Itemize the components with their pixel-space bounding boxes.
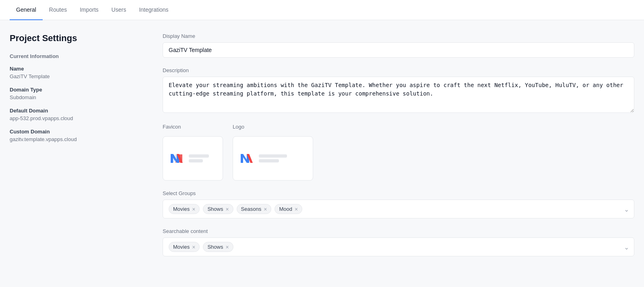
tag-chip-movies-remove[interactable]: × [192, 206, 195, 212]
info-domain-type-key: Domain Type [10, 87, 138, 93]
tag-chip-sc-shows-label: Shows [207, 244, 223, 250]
logo-label: Logo [233, 124, 313, 130]
tag-chip-sc-shows-remove[interactable]: × [225, 244, 229, 250]
info-domain-type-value: Subdomain [10, 94, 138, 100]
logo-group: Logo [233, 124, 313, 181]
select-groups-box[interactable]: Movies × Shows × Seasons × Mood × ⌄ [163, 200, 634, 218]
favicon-icon [169, 153, 184, 164]
info-custom-domain-value: gazitv.template.vpapps.cloud [10, 136, 138, 142]
select-groups-chevron-down-icon[interactable]: ⌄ [624, 205, 629, 213]
info-custom-domain: Custom Domain gazitv.template.vpapps.clo… [10, 129, 138, 142]
tag-chip-movies-label: Movies [173, 206, 190, 212]
tag-chip-mood-label: Mood [279, 206, 292, 212]
info-default-domain: Default Domain app-532.prod.vpapps.cloud [10, 108, 138, 121]
tag-chip-seasons-label: Seasons [241, 206, 262, 212]
select-groups-label: Select Groups [163, 190, 634, 196]
tag-chip-sc-movies-label: Movies [173, 244, 190, 250]
tag-chip-seasons-remove[interactable]: × [264, 206, 267, 212]
nav-integrations[interactable]: Integrations [132, 0, 175, 20]
searchable-content-group: Searchable content Movies × Shows × ⌄ [163, 228, 634, 256]
select-groups-group: Select Groups Movies × Shows × Seasons ×… [163, 190, 634, 218]
nav-general[interactable]: General [10, 0, 43, 20]
display-name-input[interactable] [163, 42, 634, 58]
description-textarea[interactable]: Elevate your streaming ambitions with th… [163, 77, 634, 113]
searchable-content-chevron-down-icon[interactable]: ⌄ [624, 243, 629, 251]
favicon-upload-box[interactable] [163, 136, 223, 181]
favicon-group: Favicon [163, 124, 223, 181]
logo-upload-box[interactable] [233, 136, 313, 181]
description-group: Description Elevate your streaming ambit… [163, 67, 634, 114]
left-panel: Project Settings Current Information Nam… [10, 33, 138, 266]
info-default-domain-value: app-532.prod.vpapps.cloud [10, 115, 138, 121]
info-domain-type: Domain Type Subdomain [10, 87, 138, 100]
nav-imports[interactable]: Imports [73, 0, 105, 20]
page-title: Project Settings [10, 33, 138, 44]
tag-chip-shows: Shows × [203, 204, 233, 214]
tag-chip-sc-movies-remove[interactable]: × [192, 244, 195, 250]
description-label: Description [163, 67, 634, 73]
tag-chip-mood: Mood × [275, 204, 302, 214]
logo-text-placeholder [259, 154, 287, 162]
tag-chip-sc-shows: Shows × [203, 242, 233, 252]
info-name-key: Name [10, 66, 138, 72]
tag-chip-movies: Movies × [169, 204, 200, 214]
tag-chip-mood-remove[interactable]: × [295, 206, 298, 212]
tag-chip-seasons: Seasons × [237, 204, 272, 214]
searchable-content-label: Searchable content [163, 228, 634, 234]
info-name-value: GaziTV Template [10, 73, 138, 79]
current-information-label: Current Information [10, 53, 138, 59]
tag-chip-sc-movies: Movies × [169, 242, 200, 252]
image-row: Favicon [163, 124, 634, 181]
top-nav: General Routes Imports Users Integration… [0, 0, 644, 20]
info-name: Name GaziTV Template [10, 66, 138, 79]
nav-users[interactable]: Users [105, 0, 133, 20]
display-name-group: Display Name [163, 33, 634, 58]
tag-chip-shows-label: Shows [207, 206, 223, 212]
right-panel: Display Name Description Elevate your st… [163, 33, 634, 266]
info-custom-domain-key: Custom Domain [10, 129, 138, 135]
favicon-label: Favicon [163, 124, 223, 130]
nav-routes[interactable]: Routes [43, 0, 73, 20]
tag-chip-shows-remove[interactable]: × [225, 206, 229, 212]
main-content: Project Settings Current Information Nam… [0, 20, 644, 279]
logo-icon [239, 153, 254, 164]
favicon-text-placeholder [189, 154, 209, 162]
display-name-label: Display Name [163, 33, 634, 39]
info-default-domain-key: Default Domain [10, 108, 138, 114]
searchable-content-box[interactable]: Movies × Shows × ⌄ [163, 237, 634, 256]
